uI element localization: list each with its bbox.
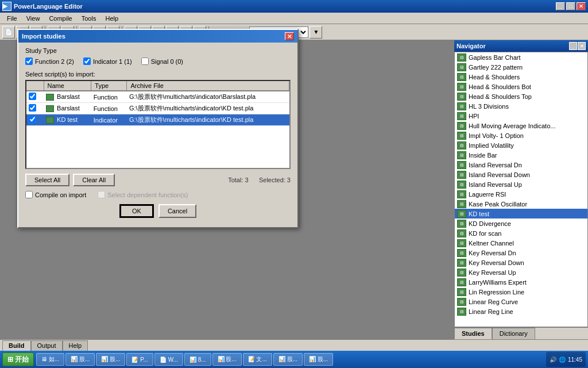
table-row[interactable]: Barslast Function G:\股票软件\multicharts\in… <box>26 91 289 103</box>
taskbar-item-6[interactable]: 📊 8... <box>184 353 211 366</box>
taskbar-item-9[interactable]: 📊 股... <box>273 353 303 366</box>
cancel-button[interactable]: Cancel <box>158 204 196 218</box>
footer-stats: Total: 3 Selected: 3 <box>228 177 291 183</box>
row-1-checkbox[interactable] <box>29 93 36 100</box>
ok-cancel-row: OK Cancel <box>25 204 291 223</box>
row-1-icon <box>46 94 54 101</box>
dialog-title: Import studies <box>22 33 65 40</box>
row-2-checkbox[interactable] <box>29 104 36 112</box>
indicator-checkbox-label[interactable]: Indicator 1 (1) <box>83 57 132 65</box>
taskbar-tray: 🔊 🌐 11:45 <box>546 352 586 367</box>
clear-all-button[interactable]: Clear All <box>73 174 115 186</box>
dialog-close-button[interactable]: ✕ <box>285 32 294 40</box>
taskbar-item-3[interactable]: 📊 股... <box>96 353 125 366</box>
start-button[interactable]: ⊞ 开始 <box>2 352 34 366</box>
col-check <box>26 81 44 91</box>
col-name: Name <box>44 81 91 91</box>
start-label: 开始 <box>15 355 29 365</box>
row-3-name: KD test <box>44 114 91 126</box>
row-3-checkbox[interactable] <box>29 116 36 123</box>
function-checkbox[interactable] <box>25 57 33 65</box>
signal-label: Signal 0 (0) <box>151 58 183 65</box>
signal-checkbox-label[interactable]: Signal 0 (0) <box>141 57 183 65</box>
dialog-title-bar: Import studies ✕ <box>18 30 297 43</box>
script-table: Name Type Archive File Barslast <box>26 81 289 126</box>
tray-icon-1: 🔊 <box>550 356 556 363</box>
row-2-check[interactable] <box>26 103 44 114</box>
row-2-type: Function <box>91 103 127 114</box>
row-1-name: Barslast <box>44 91 91 103</box>
row-2-archive: G:\股票软件\multicharts\indicator\KD test.pl… <box>127 103 289 114</box>
row-1-check[interactable] <box>26 91 44 103</box>
table-header-row: Name Type Archive File <box>26 81 289 91</box>
taskbar-item-2[interactable]: 📊 股... <box>65 353 95 366</box>
selected-count: Selected: 3 <box>259 177 291 183</box>
taskbar-item-4[interactable]: 📝 P... <box>126 353 153 366</box>
select-scripts-label: Select script(s) to import: <box>25 71 291 78</box>
row-2-name: Barslast <box>44 103 91 114</box>
compile-on-import-label[interactable]: Compile on import <box>25 191 86 198</box>
script-table-container[interactable]: Name Type Archive File Barslast <box>25 80 291 169</box>
row-1-type: Function <box>91 91 127 103</box>
total-count: Total: 3 <box>228 177 248 183</box>
col-archive: Archive File <box>127 81 289 91</box>
row-3-icon <box>46 117 54 124</box>
row-3-check[interactable] <box>26 114 44 126</box>
select-dependent-text: Select dependent function(s) <box>107 191 188 198</box>
tray-icon-2: 🌐 <box>559 356 566 363</box>
col-type: Type <box>91 81 127 91</box>
dialog-content: Study Type Function 2 (2) Indicator 1 (1… <box>18 43 297 227</box>
row-2-icon <box>46 105 54 112</box>
select-dependent-checkbox <box>98 191 105 198</box>
taskbar-item-8[interactable]: 📝 文... <box>243 353 272 366</box>
study-type-row: Function 2 (2) Indicator 1 (1) Signal 0 … <box>25 57 291 65</box>
row-1-archive: G:\股票软件\multicharts\indicator\Barslast.p… <box>127 91 289 103</box>
select-dependent-label[interactable]: Select dependent function(s) <box>98 191 188 198</box>
taskbar: ⊞ 开始 🖥 如... 📊 股... 📊 股... 📝 P... 📄 W... … <box>0 351 588 368</box>
study-type-label: Study Type <box>25 47 291 54</box>
taskbar-item-5[interactable]: 📄 W... <box>154 353 183 366</box>
table-row[interactable]: KD test Indicator G:\股票软件\multicharts\in… <box>26 114 289 126</box>
indicator-checkbox[interactable] <box>83 57 91 65</box>
indicator-label: Indicator 1 (1) <box>93 58 132 65</box>
function-checkbox-label[interactable]: Function 2 (2) <box>25 57 74 65</box>
clock: 11:45 <box>568 356 582 363</box>
signal-checkbox[interactable] <box>141 57 149 65</box>
modal-overlay: Import studies ✕ Study Type Function 2 (… <box>0 0 588 368</box>
windows-logo-icon: ⊞ <box>7 355 13 363</box>
footer-buttons: Select All Clear All <box>25 174 115 186</box>
taskbar-item-7[interactable]: 📊 股... <box>212 353 242 366</box>
modal-bottom-options: Compile on import Select dependent funct… <box>25 191 291 198</box>
taskbar-item-1[interactable]: 🖥 如... <box>36 353 64 366</box>
row-3-type: Indicator <box>91 114 127 126</box>
table-row[interactable]: Barslast Function G:\股票软件\multicharts\in… <box>26 103 289 114</box>
modal-footer-row: Select All Clear All Total: 3 Selected: … <box>25 174 291 186</box>
row-3-archive: G:\股票软件\multicharts\indicator\KD test.pl… <box>127 114 289 126</box>
taskbar-item-10[interactable]: 📊 股... <box>304 353 333 366</box>
ok-button[interactable]: OK <box>119 204 154 218</box>
function-label: Function 2 (2) <box>35 58 74 65</box>
taskbar-items: 🖥 如... 📊 股... 📊 股... 📝 P... 📄 W... 📊 8..… <box>36 353 544 366</box>
select-all-button[interactable]: Select All <box>25 174 69 186</box>
import-studies-dialog: Import studies ✕ Study Type Function 2 (… <box>17 29 299 228</box>
compile-on-import-text: Compile on import <box>35 191 86 198</box>
compile-on-import-checkbox[interactable] <box>25 191 33 198</box>
